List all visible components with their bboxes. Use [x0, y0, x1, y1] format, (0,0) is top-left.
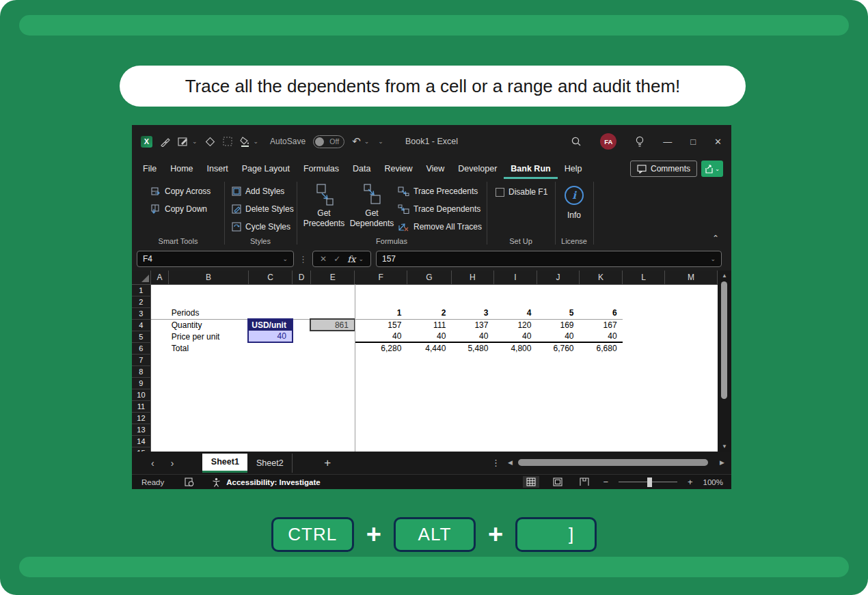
cell-G13[interactable]	[407, 424, 451, 435]
cell-H8[interactable]	[451, 365, 493, 377]
tab-data[interactable]: Data	[346, 158, 377, 179]
cell-K14[interactable]	[580, 435, 623, 447]
cell-K3[interactable]: 6	[580, 307, 623, 319]
cell-F5[interactable]: 40	[355, 331, 407, 342]
cell-A14[interactable]	[150, 435, 168, 447]
cell-G1[interactable]	[407, 284, 451, 296]
cell-F12[interactable]	[355, 412, 407, 424]
cell-A5[interactable]	[150, 331, 168, 342]
cell-K2[interactable]	[580, 296, 623, 307]
cell-G10[interactable]	[407, 389, 451, 400]
cell-D13[interactable]	[293, 424, 310, 435]
cell-I12[interactable]	[493, 412, 537, 424]
cell-E10[interactable]	[310, 389, 355, 400]
cell-B3[interactable]: Periods	[169, 307, 249, 319]
cell-B1[interactable]	[169, 284, 249, 296]
zoom-in-icon[interactable]: +	[688, 477, 693, 487]
horizontal-scrollbar[interactable]: ◀ ▶	[508, 457, 724, 468]
eraser-icon[interactable]	[205, 137, 215, 147]
column-header-H[interactable]: H	[451, 271, 493, 284]
cell-I9[interactable]	[493, 377, 537, 389]
column-header-J[interactable]: J	[537, 271, 579, 284]
chevron-down-icon[interactable]: ⌄	[364, 138, 370, 145]
avatar[interactable]: FA	[600, 133, 616, 150]
cell-E15[interactable]	[310, 447, 355, 452]
cell-E8[interactable]	[310, 365, 355, 377]
cell-K1[interactable]	[580, 284, 623, 296]
scroll-up-icon[interactable]: ▲	[718, 273, 731, 279]
sheet-menu-icon[interactable]: ⋮	[491, 458, 500, 468]
cell-E11[interactable]	[310, 400, 355, 412]
cell-B8[interactable]	[169, 365, 249, 377]
row-header-7[interactable]: 7	[132, 354, 150, 365]
chevron-down-icon[interactable]: ⌄	[358, 255, 364, 262]
cell-B15[interactable]	[169, 447, 249, 452]
cell-D12[interactable]	[293, 412, 310, 424]
cell-K5[interactable]: 40	[580, 331, 623, 342]
cell-I11[interactable]	[493, 400, 537, 412]
cell-G14[interactable]	[407, 435, 451, 447]
zoom-out-icon[interactable]: −	[603, 477, 608, 487]
cell-I1[interactable]	[493, 284, 537, 296]
cell-G12[interactable]	[407, 412, 451, 424]
sheet-nav-right-icon[interactable]: ›	[171, 458, 174, 469]
zoom-level[interactable]: 100%	[703, 478, 723, 486]
cell-H9[interactable]	[451, 377, 493, 389]
cell-F7[interactable]	[355, 354, 407, 365]
cell-C1[interactable]	[248, 284, 293, 296]
cell-H1[interactable]	[451, 284, 493, 296]
lightbulb-icon[interactable]	[635, 136, 645, 148]
cell-H14[interactable]	[451, 435, 493, 447]
cell-H13[interactable]	[451, 424, 493, 435]
cell-I4[interactable]: 120	[493, 319, 537, 331]
cell-M11[interactable]	[664, 400, 717, 412]
cell-B14[interactable]	[169, 435, 249, 447]
cell-M8[interactable]	[664, 365, 717, 377]
cell-A3[interactable]	[150, 307, 168, 319]
cell-C7[interactable]	[248, 354, 293, 365]
cell-C4[interactable]: USD/unit	[248, 319, 293, 331]
cell-A13[interactable]	[150, 424, 168, 435]
column-header-M[interactable]: M	[664, 271, 717, 284]
chevron-down-icon[interactable]: ⌄	[710, 255, 716, 262]
row-header-1[interactable]: 1	[132, 284, 150, 296]
column-header-L[interactable]: L	[623, 271, 665, 284]
cell-C12[interactable]	[248, 412, 293, 424]
column-header-G[interactable]: G	[407, 271, 451, 284]
row-header-11[interactable]: 11	[132, 400, 150, 412]
chevron-down-icon[interactable]: ⌄	[282, 255, 288, 262]
cell-H10[interactable]	[451, 389, 493, 400]
cell-J4[interactable]: 169	[537, 319, 579, 331]
cell-J9[interactable]	[537, 377, 579, 389]
row-header-10[interactable]: 10	[132, 389, 150, 400]
cell-J3[interactable]: 5	[537, 307, 579, 319]
cell-C14[interactable]	[248, 435, 293, 447]
cell-D15[interactable]	[293, 447, 310, 452]
cell-L7[interactable]	[623, 354, 665, 365]
accessibility-icon[interactable]	[212, 478, 221, 487]
cell-G8[interactable]	[407, 365, 451, 377]
cell-E1[interactable]	[310, 284, 355, 296]
trace-precedents-button[interactable]: Trace Precedents	[398, 184, 478, 198]
cell-F9[interactable]	[355, 377, 407, 389]
tab-developer[interactable]: Developer	[451, 158, 504, 179]
cell-E12[interactable]	[310, 412, 355, 424]
cell-D5[interactable]	[293, 331, 310, 342]
cell-B9[interactable]	[169, 377, 249, 389]
info-button[interactable]: i Info	[552, 186, 596, 221]
cell-G5[interactable]: 40	[407, 331, 451, 342]
page-break-view-icon[interactable]	[576, 476, 593, 488]
normal-view-icon[interactable]	[523, 476, 539, 488]
scroll-left-icon[interactable]: ◀	[508, 459, 513, 466]
cell-K15[interactable]	[580, 447, 623, 452]
cell-F8[interactable]	[355, 365, 407, 377]
cell-L9[interactable]	[623, 377, 665, 389]
cell-H15[interactable]	[451, 447, 493, 452]
zoom-slider[interactable]	[619, 478, 677, 487]
cell-J13[interactable]	[537, 424, 579, 435]
cell-E5[interactable]	[310, 331, 355, 342]
zoom-slider-thumb[interactable]	[647, 478, 652, 487]
cell-E2[interactable]	[310, 296, 355, 307]
close-icon[interactable]: ✕	[714, 137, 722, 147]
excel-logo-icon[interactable]: X	[141, 136, 152, 148]
